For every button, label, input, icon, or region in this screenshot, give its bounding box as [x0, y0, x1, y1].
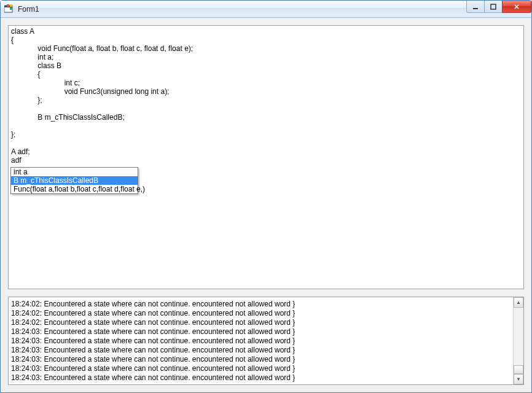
code-editor[interactable]: class A { void Func(float a, float b, fl… [8, 25, 524, 289]
log-scrollbar[interactable]: ▲ ▼ [513, 297, 523, 384]
log-panel[interactable]: 18:24:02: Encountered a state where can … [8, 297, 524, 385]
minimize-button[interactable] [466, 1, 485, 13]
autocomplete-item[interactable]: int a [11, 168, 138, 176]
window-title: Form1 [18, 5, 39, 14]
window-controls [467, 1, 531, 13]
autocomplete-popup[interactable]: int aB m_cThisClassIsCalledBFunc(float a… [10, 167, 138, 194]
log-lines: 18:24:02: Encountered a state where can … [11, 300, 520, 383]
scroll-track[interactable] [514, 308, 523, 365]
svg-rect-4 [10, 7, 12, 10]
autocomplete-item[interactable]: B m_cThisClassIsCalledB [11, 176, 138, 185]
scroll-down-icon[interactable]: ▼ [514, 374, 523, 384]
maximize-button[interactable] [484, 1, 503, 13]
code-text: class A { void Func(float a, float b, fl… [11, 27, 193, 165]
autocomplete-item[interactable]: Func(float a,float b,float c,float d,flo… [11, 185, 138, 193]
client-area: class A { void Func(float a, float b, fl… [1, 18, 531, 392]
svg-rect-5 [473, 8, 478, 9]
svg-rect-3 [10, 4, 12, 7]
form-icon [4, 4, 14, 14]
svg-rect-2 [7, 4, 9, 7]
titlebar[interactable]: Form1 [1, 1, 531, 18]
scroll-up-icon[interactable]: ▲ [514, 297, 523, 308]
form-window: Form1 class A { void Func(float a, float… [0, 0, 532, 393]
scroll-thumb[interactable] [514, 365, 523, 374]
svg-rect-6 [491, 4, 496, 9]
close-button[interactable] [502, 1, 531, 13]
